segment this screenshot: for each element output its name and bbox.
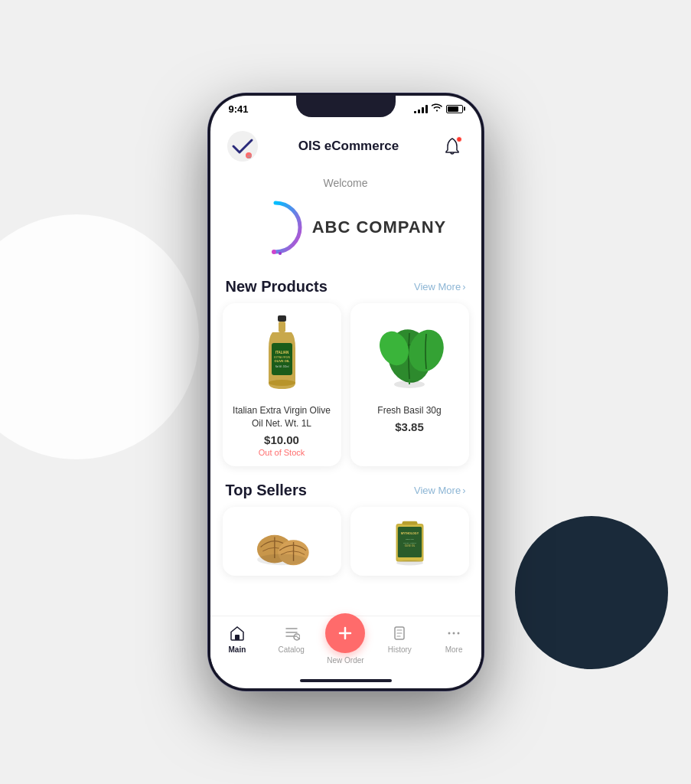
- nav-label-main: Main: [229, 645, 246, 654]
- svg-rect-6: [279, 322, 285, 332]
- status-time: 9:41: [229, 103, 249, 115]
- svg-point-4: [279, 252, 282, 255]
- main-scroll-content: Welcome: [210, 171, 481, 616]
- svg-point-33: [453, 632, 455, 635]
- phone-mockup: 9:41: [208, 93, 484, 691]
- nav-item-catalog[interactable]: Catalog: [264, 624, 318, 654]
- nav-label-more: More: [445, 645, 463, 654]
- top-sellers-view-more[interactable]: View More ›: [414, 485, 466, 496]
- notification-bell-button[interactable]: [438, 132, 466, 160]
- wifi-icon: [432, 103, 442, 114]
- product-card-olive-oil[interactable]: ITALIAN EXTRA VIRGIN OLIVE OIL Net Wt. 5…: [223, 303, 341, 466]
- seller-card-mythology[interactable]: MYTHOLOGY ORGANIC EXTRA VIRGIN OLIVE OIL: [350, 507, 469, 576]
- signal-icon: [414, 104, 428, 113]
- svg-point-3: [272, 250, 276, 254]
- svg-text:🛒: 🛒: [247, 154, 253, 159]
- logo-arc-svg: [245, 197, 306, 258]
- new-products-view-more[interactable]: View More ›: [414, 281, 466, 292]
- new-products-header: New Products View More ›: [210, 270, 481, 303]
- svg-point-0: [227, 131, 258, 162]
- product-price-basil: $3.85: [395, 420, 424, 433]
- svg-text:Net Wt. 500ml: Net Wt. 500ml: [275, 365, 288, 368]
- product-name-olive-oil: Italian Extra Virgin Olive Oil Net. Wt. …: [230, 404, 334, 430]
- product-price-olive-oil: $10.00: [264, 433, 299, 446]
- app-header: 🛒 OIS eCommerce: [210, 129, 481, 171]
- more-icon: [445, 624, 463, 642]
- top-sellers-grid: MYTHOLOGY ORGANIC EXTRA VIRGIN OLIVE OIL: [210, 507, 481, 583]
- new-order-button[interactable]: [325, 613, 365, 653]
- bg-circle-dark: [515, 516, 668, 669]
- nav-item-main[interactable]: Main: [210, 624, 265, 654]
- product-image-basil: [371, 314, 448, 398]
- svg-point-32: [448, 632, 451, 635]
- welcome-text: Welcome: [226, 177, 466, 189]
- phone-notch: [296, 96, 396, 117]
- app-logo: 🛒: [226, 129, 259, 163]
- welcome-section: Welcome: [210, 171, 481, 270]
- new-products-grid: ITALIAN EXTRA VIRGIN OLIVE OIL Net Wt. 5…: [210, 303, 481, 474]
- svg-text:ITALIAN: ITALIAN: [275, 351, 288, 354]
- history-icon: [390, 624, 409, 642]
- status-icons: [414, 103, 463, 114]
- app-title: OIS eCommerce: [298, 139, 399, 154]
- notification-badge: [456, 136, 462, 142]
- nav-item-more[interactable]: More: [427, 624, 481, 654]
- home-icon: [228, 624, 246, 642]
- svg-rect-29: [235, 635, 240, 640]
- svg-text:OLIVE OIL: OLIVE OIL: [404, 544, 415, 547]
- svg-text:MYTHOLOGY: MYTHOLOGY: [400, 532, 419, 535]
- svg-point-12: [269, 380, 295, 386]
- company-name: ABC COMPANY: [312, 217, 447, 237]
- nav-item-new-order[interactable]: New Order: [318, 613, 373, 665]
- svg-point-19: [257, 554, 306, 565]
- company-logo: ABC COMPANY: [226, 197, 466, 258]
- svg-text:ORGANIC: ORGANIC: [405, 537, 413, 540]
- product-card-basil[interactable]: Fresh Basil 30g $3.85: [350, 303, 469, 466]
- seller-card-walnut[interactable]: [223, 507, 341, 576]
- svg-text:EXTRA VIRGIN: EXTRA VIRGIN: [403, 541, 416, 544]
- nav-label-history: History: [388, 645, 412, 654]
- product-image-olive-oil: ITALIAN EXTRA VIRGIN OLIVE OIL Net Wt. 5…: [243, 314, 320, 398]
- top-sellers-header: Top Sellers View More ›: [210, 474, 481, 507]
- svg-point-28: [396, 560, 422, 565]
- nav-label-catalog: Catalog: [278, 645, 304, 654]
- svg-text:OLIVE OIL: OLIVE OIL: [274, 359, 289, 363]
- top-sellers-title: Top Sellers: [226, 482, 307, 499]
- product-name-basil: Fresh Basil 30g: [377, 404, 441, 417]
- product-status-olive-oil: Out of Stock: [259, 448, 305, 457]
- battery-icon: [446, 105, 463, 113]
- bg-circle-light: [0, 214, 199, 459]
- bottom-navigation: Main Catalog: [210, 616, 481, 673]
- home-indicator: [210, 673, 481, 688]
- svg-rect-27: [402, 521, 417, 524]
- new-products-title: New Products: [226, 278, 328, 296]
- catalog-icon: [282, 624, 301, 642]
- nav-label-new-order: New Order: [327, 656, 363, 665]
- svg-point-34: [458, 632, 460, 635]
- svg-rect-5: [278, 315, 286, 322]
- nav-item-history[interactable]: History: [373, 624, 427, 654]
